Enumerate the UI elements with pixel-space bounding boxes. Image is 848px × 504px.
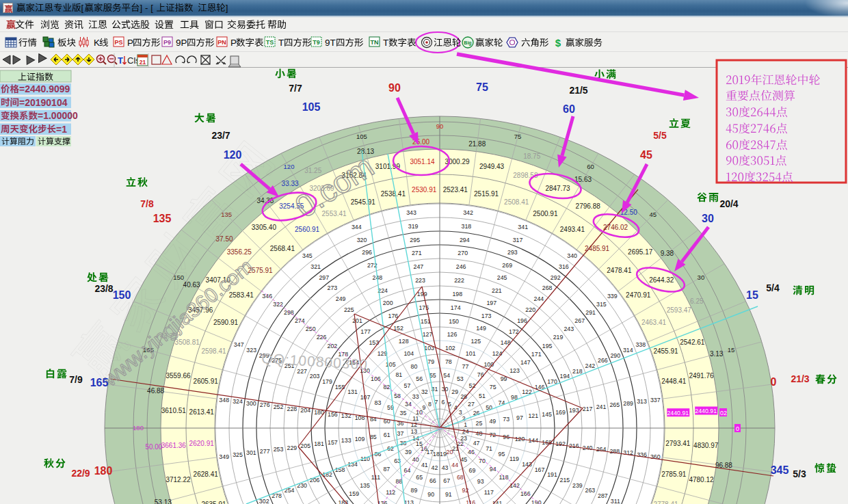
svg-text:294: 294 — [460, 237, 470, 243]
svg-text:11: 11 — [412, 415, 419, 422]
svg-text:43: 43 — [442, 464, 449, 471]
svg-text:45: 45 — [650, 211, 657, 218]
svg-text:216: 216 — [569, 442, 579, 449]
svg-text:94: 94 — [490, 466, 496, 473]
svg-text:112: 112 — [386, 489, 395, 496]
svg-text:25: 25 — [476, 420, 483, 427]
svg-text:41: 41 — [421, 462, 428, 468]
svg-text:3051.14: 3051.14 — [410, 158, 435, 165]
svg-text:=20190104: =20190104 — [19, 97, 68, 108]
svg-text:287: 287 — [598, 492, 608, 499]
svg-text:7/7: 7/7 — [289, 83, 302, 94]
svg-text:120: 120 — [284, 163, 295, 170]
svg-text:2785.91: 2785.91 — [661, 470, 687, 478]
svg-text:113: 113 — [404, 499, 414, 504]
svg-text:45: 45 — [460, 456, 467, 463]
svg-text:36: 36 — [397, 420, 404, 427]
svg-text:73: 73 — [503, 416, 509, 423]
svg-text:67: 67 — [443, 477, 450, 484]
svg-text:127: 127 — [423, 331, 433, 338]
svg-text:317: 317 — [513, 237, 523, 243]
svg-text:2478.41: 2478.41 — [607, 267, 632, 274]
svg-text:3101.99: 3101.99 — [375, 163, 401, 170]
svg-text:49: 49 — [489, 418, 496, 425]
svg-text:23: 23 — [460, 435, 467, 442]
svg-text:3356.25: 3356.25 — [227, 248, 252, 256]
svg-text:150: 150 — [173, 274, 184, 281]
svg-text:244: 244 — [534, 295, 544, 302]
svg-text:123: 123 — [509, 367, 520, 374]
svg-text:273: 273 — [328, 284, 338, 291]
svg-text:47: 47 — [473, 440, 480, 447]
svg-text:197: 197 — [486, 300, 496, 306]
svg-text:18: 18 — [433, 451, 440, 457]
svg-text:159: 159 — [349, 490, 359, 497]
svg-text:177: 177 — [360, 328, 371, 335]
svg-text:128: 128 — [399, 338, 409, 345]
svg-text:8: 8 — [428, 401, 432, 408]
svg-text:4780.12: 4780.12 — [689, 476, 714, 483]
svg-text:2530.91: 2530.91 — [412, 186, 437, 194]
svg-text:56: 56 — [416, 375, 423, 382]
svg-text:2949.43: 2949.43 — [479, 163, 505, 170]
svg-text:2538.41: 2538.41 — [381, 190, 406, 198]
svg-text:39: 39 — [405, 449, 412, 455]
svg-text:77: 77 — [462, 363, 469, 370]
svg-text:3: 3 — [459, 409, 462, 416]
svg-text:313: 313 — [637, 398, 647, 405]
svg-text:32: 32 — [421, 388, 428, 395]
svg-text:290: 290 — [610, 352, 620, 359]
svg-text:311: 311 — [611, 498, 620, 504]
svg-text:65: 65 — [416, 474, 423, 481]
svg-text:2463.41: 2463.41 — [641, 319, 667, 326]
svg-text:246: 246 — [456, 263, 466, 270]
svg-text:245: 245 — [497, 274, 507, 281]
svg-text:20/4: 20/4 — [719, 198, 738, 209]
svg-text:142: 142 — [509, 482, 520, 489]
svg-text:21/3: 21/3 — [791, 373, 809, 384]
svg-text:222: 222 — [454, 277, 464, 284]
svg-text:301: 301 — [246, 449, 256, 456]
svg-text:15: 15 — [746, 289, 758, 301]
svg-text:45: 45 — [640, 149, 652, 161]
svg-text:]: ] — [226, 3, 228, 13]
svg-text:174: 174 — [451, 304, 461, 311]
svg-text:2613.41: 2613.41 — [189, 408, 215, 416]
svg-text:21.88: 21.88 — [468, 140, 486, 148]
svg-text:338: 338 — [635, 341, 646, 348]
svg-text:3610.51: 3610.51 — [161, 407, 187, 414]
svg-text:320: 320 — [357, 237, 367, 243]
svg-text:193: 193 — [569, 407, 579, 414]
svg-text:190: 190 — [531, 499, 542, 504]
svg-text:227: 227 — [297, 368, 307, 375]
svg-text:2593.47: 2593.47 — [667, 306, 692, 314]
svg-text:51: 51 — [479, 393, 486, 399]
svg-text:=2440.9099: =2440.9099 — [19, 83, 70, 94]
svg-text:P: P — [127, 38, 133, 48]
svg-text:241: 241 — [596, 403, 607, 410]
svg-text:101: 101 — [466, 350, 476, 357]
svg-text:240: 240 — [583, 445, 593, 451]
svg-text:118: 118 — [499, 474, 509, 481]
svg-text:5/4: 5/4 — [766, 282, 780, 293]
svg-text:30: 30 — [702, 213, 714, 224]
svg-text:147: 147 — [520, 359, 531, 366]
svg-text:75: 75 — [490, 384, 496, 390]
svg-text:2455.91: 2455.91 — [653, 347, 678, 355]
svg-text:165: 165 — [90, 377, 109, 388]
svg-text:3508.81: 3508.81 — [175, 339, 200, 346]
svg-text:54: 54 — [443, 372, 450, 379]
svg-text:124: 124 — [492, 350, 503, 357]
svg-text:=1: =1 — [56, 124, 67, 135]
svg-text:225: 225 — [344, 306, 354, 313]
svg-text:T: T — [383, 38, 388, 48]
svg-text:249: 249 — [336, 295, 346, 302]
svg-text:35: 35 — [400, 410, 407, 416]
svg-text:226: 226 — [317, 334, 327, 341]
svg-text:50.00: 50.00 — [145, 443, 162, 451]
svg-text:97: 97 — [516, 414, 523, 421]
svg-text:173: 173 — [481, 313, 492, 319]
svg-text:33.33: 33.33 — [282, 180, 299, 187]
svg-text:9.38: 9.38 — [661, 250, 674, 257]
svg-text:2515.91: 2515.91 — [474, 190, 499, 198]
